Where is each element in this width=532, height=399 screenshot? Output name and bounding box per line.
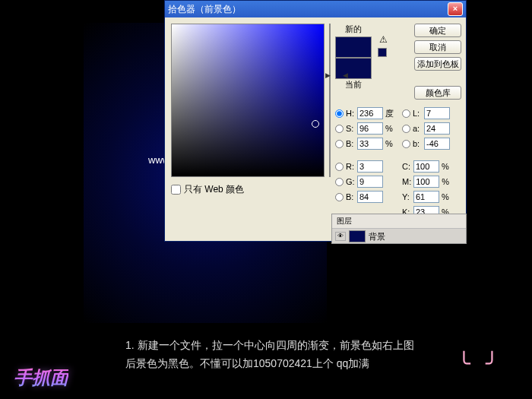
label-m: M: [402, 177, 411, 186]
label-s: S: [346, 124, 355, 133]
color-field[interactable] [171, 24, 325, 177]
radio-l[interactable] [402, 109, 410, 118]
dialog-title: 拾色器（前景色） [168, 3, 241, 16]
input-a[interactable] [424, 122, 450, 135]
caption-line1: 1. 新建一个文件，拉一个中心向四周的渐变，前景色如右上图 [125, 336, 467, 354]
input-y[interactable] [413, 191, 439, 203]
radio-b2[interactable] [402, 140, 410, 148]
hue-slider-thumb[interactable]: ▶◀ [325, 71, 348, 79]
web-only-text: 只有 Web 颜色 [184, 183, 244, 196]
radio-bv[interactable] [335, 140, 344, 148]
unit-h: 度 [385, 108, 394, 119]
color-picker-dialog: 拾色器（前景色） × 只有 Web 颜色 ▶◀ 新的 当前 [164, 0, 467, 242]
input-bv[interactable] [357, 138, 383, 150]
input-g[interactable] [357, 176, 383, 188]
add-swatch-button[interactable]: 添加到色板 [414, 57, 461, 71]
unit-y: % [442, 192, 451, 201]
layer-name: 背景 [369, 231, 385, 242]
unit-bv: % [385, 139, 394, 148]
input-bb[interactable] [357, 191, 383, 203]
radio-g[interactable] [335, 178, 344, 186]
label-r: R: [346, 162, 355, 171]
close-button[interactable]: × [448, 2, 463, 16]
unit-c: % [442, 162, 451, 171]
radio-r[interactable] [335, 163, 344, 171]
current-color-label: 当前 [345, 79, 362, 90]
picker-cursor [312, 120, 319, 128]
layers-panel[interactable]: 图层 👁 背景 [331, 214, 467, 244]
web-only-checkbox-label[interactable]: 只有 Web 颜色 [171, 183, 325, 196]
label-bv: B: [346, 139, 355, 148]
cancel-button[interactable]: 取消 [414, 40, 461, 54]
radio-a[interactable] [402, 125, 410, 133]
input-l[interactable] [424, 107, 450, 119]
web-only-checkbox[interactable] [171, 185, 181, 195]
radio-bb[interactable] [335, 193, 344, 201]
color-library-button[interactable]: 颜色库 [414, 86, 461, 100]
layer-thumbnail [349, 230, 366, 242]
titlebar[interactable]: 拾色器（前景色） × [165, 1, 466, 17]
new-color-label: 新的 [345, 24, 362, 35]
radio-h[interactable] [335, 109, 344, 118]
input-r[interactable] [357, 160, 383, 173]
label-y: Y: [402, 192, 411, 201]
label-h: H: [346, 109, 355, 118]
label-b2: b: [413, 139, 422, 148]
input-b2[interactable] [424, 138, 450, 150]
visibility-icon[interactable]: 👁 [335, 232, 346, 241]
unit-s: % [385, 124, 394, 133]
new-color-swatch [335, 36, 372, 58]
radio-s[interactable] [335, 125, 344, 133]
instruction-text: 1. 新建一个文件，拉一个中心向四周的渐变，前景色如右上图 后景色为黑色。不懂可… [125, 336, 467, 372]
gamut-warning-icon[interactable]: ⚠ [378, 34, 388, 45]
input-h[interactable] [357, 107, 383, 119]
label-a: a: [413, 124, 422, 133]
label-l: L: [413, 109, 422, 118]
layer-row[interactable]: 👁 背景 [332, 229, 466, 244]
ok-button[interactable]: 确定 [414, 24, 461, 37]
emoticon: ╰ ╯ [458, 351, 503, 376]
label-g: G: [346, 177, 355, 186]
gamut-warning-swatch[interactable] [378, 48, 387, 57]
label-c: C: [402, 162, 411, 171]
hue-slider[interactable]: ▶◀ [329, 24, 331, 177]
input-c[interactable] [413, 160, 439, 173]
input-s[interactable] [357, 122, 383, 135]
caption-line2: 后景色为黑色。不懂可以加1050702421上个 qq加满 [125, 354, 467, 372]
layers-tab[interactable]: 图层 [332, 214, 466, 229]
label-bb: B: [346, 192, 355, 201]
input-m[interactable] [413, 176, 439, 188]
unit-m: % [442, 177, 451, 186]
brand-logo: 手抓面 [14, 366, 68, 390]
